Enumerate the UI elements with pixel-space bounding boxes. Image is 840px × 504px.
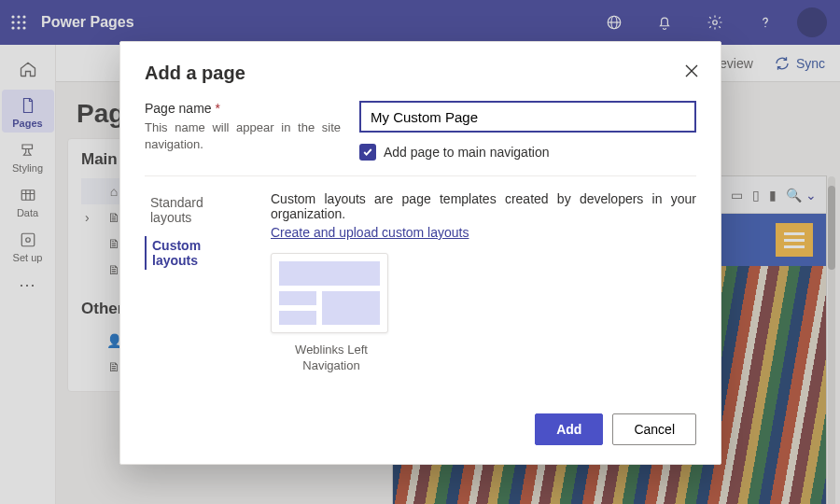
nav-more[interactable]: ⋯	[19, 274, 37, 295]
zoom-icon[interactable]: 🔍 ⌄	[786, 188, 817, 203]
cancel-button[interactable]: Cancel	[612, 413, 696, 445]
add-button[interactable]: Add	[535, 413, 603, 445]
sync-button[interactable]: Sync	[774, 55, 825, 72]
svg-point-7	[17, 26, 20, 29]
svg-point-1	[17, 15, 20, 18]
app-header: Power Pages	[0, 0, 840, 45]
svg-point-5	[22, 21, 25, 23]
page-name-hint: This name will appear in the site naviga…	[145, 119, 341, 153]
tab-custom-layouts[interactable]: Custom layouts	[145, 236, 252, 270]
help-icon[interactable]	[747, 0, 784, 45]
svg-rect-14	[21, 233, 35, 246]
app-launcher-icon[interactable]	[9, 13, 28, 32]
gear-icon[interactable]	[696, 0, 734, 45]
page-name-label: Page name	[145, 101, 212, 116]
checkbox-checked-icon	[359, 144, 376, 161]
nav-label: Data	[17, 207, 38, 218]
nav-pages[interactable]: Pages	[2, 90, 54, 133]
page-name-input[interactable]	[359, 101, 696, 133]
svg-point-0	[11, 15, 14, 18]
nav-data[interactable]: Data	[2, 179, 54, 222]
scrollbar[interactable]	[828, 176, 835, 504]
svg-point-3	[11, 21, 14, 23]
custom-layout-description: Custom layouts are page templates create…	[271, 191, 696, 221]
svg-point-2	[22, 15, 25, 18]
nav-setup[interactable]: Set up	[2, 224, 54, 267]
left-nav: Pages Styling Data Set up ⋯	[0, 45, 56, 504]
device-desktop-icon[interactable]: ▭	[731, 188, 743, 203]
sync-label: Sync	[796, 56, 825, 71]
device-phone-icon[interactable]: ▮	[769, 188, 777, 203]
gear-small-icon	[20, 231, 36, 250]
svg-rect-13	[21, 190, 35, 201]
bell-icon[interactable]	[646, 0, 683, 45]
svg-point-11	[713, 21, 718, 25]
brush-icon	[20, 142, 36, 161]
tab-standard-layouts[interactable]: Standard layouts	[145, 193, 252, 227]
avatar[interactable]	[797, 7, 827, 37]
nav-label: Styling	[12, 162, 43, 174]
divider	[145, 175, 696, 176]
add-to-nav-checkbox[interactable]: Add page to main navigation	[359, 144, 696, 161]
svg-point-4	[17, 21, 20, 23]
table-icon	[20, 187, 36, 205]
svg-point-8	[22, 26, 25, 29]
hamburger-icon[interactable]	[776, 223, 813, 257]
close-icon[interactable]	[678, 57, 706, 85]
nav-home[interactable]	[2, 50, 54, 88]
page-icon	[20, 97, 36, 116]
create-upload-layouts-link[interactable]: Create and upload custom layouts	[271, 225, 469, 240]
nav-label: Pages	[12, 118, 42, 129]
required-marker: *	[216, 101, 220, 116]
nav-label: Set up	[13, 252, 43, 263]
app-title: Power Pages	[41, 14, 134, 31]
layout-caption: Weblinks Left Navigation	[271, 343, 392, 374]
browse-icon[interactable]	[595, 0, 633, 45]
layout-thumbnail	[271, 253, 388, 333]
svg-point-12	[764, 26, 766, 28]
add-page-dialog: Add a page Page name * This name will ap…	[119, 41, 721, 465]
layout-option-weblinks-left[interactable]: Weblinks Left Navigation	[271, 253, 392, 374]
nav-styling[interactable]: Styling	[2, 134, 54, 177]
add-to-nav-label: Add page to main navigation	[384, 145, 549, 160]
dialog-title: Add a page	[145, 63, 696, 84]
svg-point-15	[25, 238, 30, 243]
svg-point-6	[11, 26, 14, 29]
device-tablet-icon[interactable]: ▯	[752, 188, 760, 203]
